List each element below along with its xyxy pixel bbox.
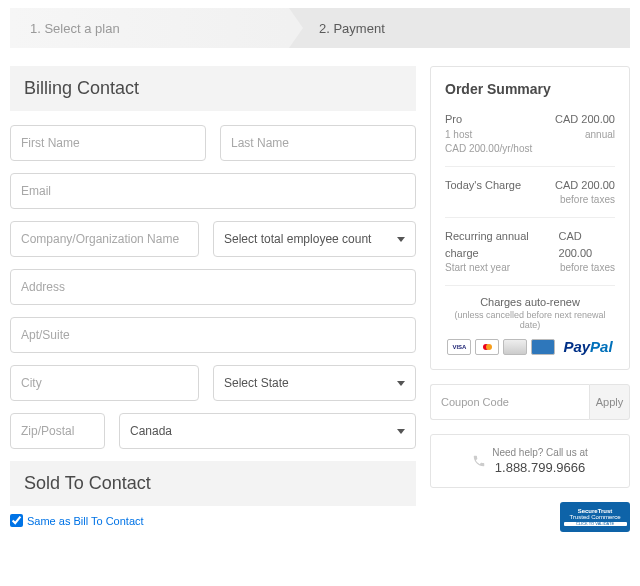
plan-hosts: 1 host bbox=[445, 128, 472, 142]
help-text: Need help? Call us at bbox=[492, 447, 588, 458]
billing-contact-title: Billing Contact bbox=[10, 66, 416, 111]
coupon-input[interactable] bbox=[430, 384, 589, 420]
badge-line2: Trusted Commerce bbox=[569, 514, 620, 521]
recur-label: Recurring annual charge bbox=[445, 228, 559, 261]
step-label: 1. Select a plan bbox=[30, 21, 120, 36]
badge-line1: SecureTrust bbox=[578, 508, 613, 515]
payment-methods: VISA PayPal bbox=[445, 338, 615, 355]
city-input[interactable] bbox=[10, 365, 199, 401]
company-input[interactable] bbox=[10, 221, 199, 257]
recur-sub2: before taxes bbox=[560, 261, 615, 275]
today-value: CAD 200.00 bbox=[555, 177, 615, 194]
same-as-bill-to-label: Same as Bill To Contact bbox=[27, 515, 144, 527]
paypal-icon: PayPal bbox=[559, 338, 612, 355]
first-name-input[interactable] bbox=[10, 125, 206, 161]
recur-sub1: Start next year bbox=[445, 261, 510, 275]
plan-rate: CAD 200.00/yr/host bbox=[445, 142, 615, 156]
phone-icon bbox=[472, 454, 486, 468]
state-select[interactable]: Select State bbox=[213, 365, 416, 401]
zip-input[interactable] bbox=[10, 413, 105, 449]
recur-value: CAD 200.00 bbox=[559, 228, 615, 261]
help-card: Need help? Call us at 1.888.799.9666 bbox=[430, 434, 630, 488]
sold-to-contact-title: Sold To Contact bbox=[10, 461, 416, 506]
same-as-bill-to-checkbox[interactable] bbox=[10, 514, 23, 527]
today-label: Today's Charge bbox=[445, 177, 521, 194]
plan-billing: annual bbox=[585, 128, 615, 142]
help-number: 1.888.799.9666 bbox=[492, 460, 588, 475]
order-summary: Order Summary ProCAD 200.00 1 hostannual… bbox=[430, 66, 630, 370]
step-payment: 2. Payment bbox=[289, 8, 630, 48]
step-select-plan[interactable]: 1. Select a plan bbox=[10, 8, 289, 48]
apply-coupon-button[interactable]: Apply bbox=[589, 384, 630, 420]
plan-name: Pro bbox=[445, 111, 462, 128]
coupon-row: Apply bbox=[430, 384, 630, 420]
country-select[interactable]: Canada bbox=[119, 413, 416, 449]
mastercard-icon bbox=[475, 339, 499, 355]
plan-price: CAD 200.00 bbox=[555, 111, 615, 128]
apt-suite-input[interactable] bbox=[10, 317, 416, 353]
summary-recur-block: Recurring annual chargeCAD 200.00 Start … bbox=[445, 228, 615, 286]
address-input[interactable] bbox=[10, 269, 416, 305]
progress-steps: 1. Select a plan 2. Payment bbox=[10, 8, 630, 48]
summary-today-block: Today's ChargeCAD 200.00 before taxes bbox=[445, 177, 615, 219]
summary-plan-block: ProCAD 200.00 1 hostannual CAD 200.00/yr… bbox=[445, 111, 615, 167]
auto-renew-text: Charges auto-renew bbox=[445, 296, 615, 308]
securetrust-badge[interactable]: SecureTrust Trusted Commerce CLICK TO VA… bbox=[560, 502, 630, 532]
auto-renew-sub: (unless cancelled before next renewal da… bbox=[445, 310, 615, 330]
visa-icon: VISA bbox=[447, 339, 471, 355]
last-name-input[interactable] bbox=[220, 125, 416, 161]
amex-icon bbox=[531, 339, 555, 355]
discover-icon bbox=[503, 339, 527, 355]
employee-count-select[interactable]: Select total employee count bbox=[213, 221, 416, 257]
step-label: 2. Payment bbox=[319, 21, 385, 36]
email-input[interactable] bbox=[10, 173, 416, 209]
today-sub: before taxes bbox=[560, 193, 615, 207]
order-summary-title: Order Summary bbox=[445, 81, 615, 97]
badge-line3: CLICK TO VALIDATE bbox=[564, 522, 627, 526]
summary-auto-block: Charges auto-renew (unless cancelled bef… bbox=[445, 296, 615, 355]
same-as-bill-to[interactable]: Same as Bill To Contact bbox=[10, 514, 416, 527]
